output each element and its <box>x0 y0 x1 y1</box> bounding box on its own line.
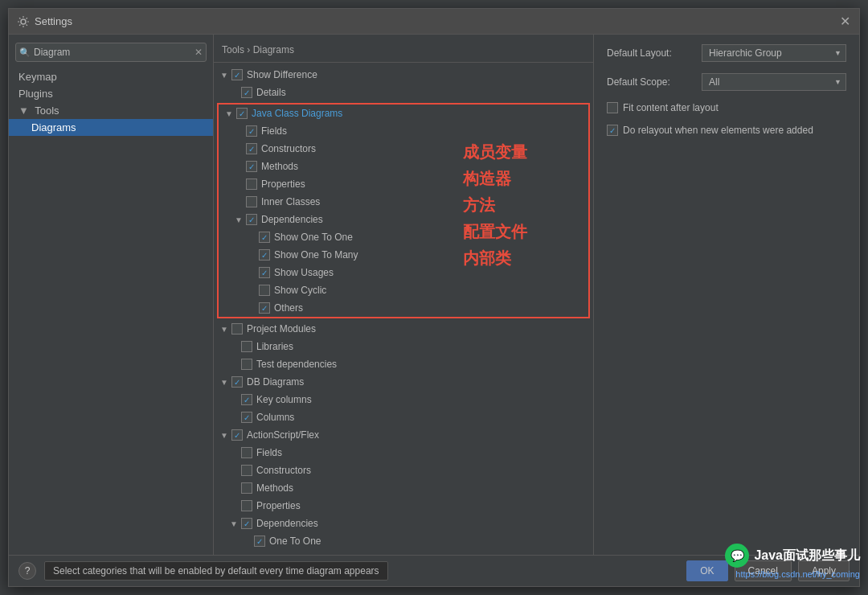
cb-constructors[interactable] <box>246 143 257 154</box>
default-scope-row: Default Scope: All Project <box>607 73 846 91</box>
cb-fit-content[interactable] <box>607 102 618 113</box>
cb-test-deps[interactable] <box>241 359 252 370</box>
tree-row[interactable]: Constructors <box>219 140 588 158</box>
tree-row[interactable]: ▼ Java Class Diagrams <box>219 105 588 122</box>
close-button[interactable]: ✕ <box>838 15 851 28</box>
default-scope-select-wrap[interactable]: All Project <box>702 73 846 91</box>
cb-show-cyclic[interactable] <box>259 285 270 296</box>
tree-row[interactable]: ▼ ActionScript/Flex <box>214 426 593 444</box>
sidebar-item-diagrams[interactable]: Diagrams <box>9 119 213 136</box>
tree-row[interactable]: Constructors <box>214 462 593 479</box>
tree-row[interactable]: Properties <box>214 497 593 515</box>
search-box[interactable]: 🔍 ✕ <box>15 43 207 62</box>
cb-fit-content-label: Fit content after layout <box>623 102 719 113</box>
tree-row[interactable]: Methods <box>214 479 593 497</box>
tree-row[interactable]: Details <box>214 84 593 101</box>
tree-row[interactable]: ▼ Project Modules <box>214 320 593 338</box>
tree-row[interactable]: ▼ Show Difference <box>214 66 593 84</box>
tree-row[interactable]: Key columns <box>214 391 593 408</box>
tree-row[interactable]: Show Usages <box>219 264 588 281</box>
label-fields: Fields <box>261 125 287 137</box>
cb-as-one-one[interactable] <box>254 536 265 547</box>
label-properties: Properties <box>261 178 305 190</box>
label-methods: Methods <box>261 161 298 172</box>
tree-row[interactable]: Show Cyclic <box>219 281 588 299</box>
label-dependencies: Dependencies <box>261 214 323 225</box>
cb-inner-classes[interactable] <box>246 196 257 207</box>
watermark-url: https://blog.csdn.net/hy_coming <box>735 569 860 579</box>
tree-row[interactable]: Columns <box>214 408 593 426</box>
label-java-class: Java Class Diagrams <box>252 108 342 119</box>
cb-db-diagrams[interactable] <box>231 376 243 388</box>
label-show-one-to-many: Show One To Many <box>274 249 358 261</box>
sidebar-item-plugins[interactable]: Plugins <box>9 85 213 102</box>
tree-row[interactable]: Test dependencies <box>214 355 593 373</box>
settings-icon <box>17 15 30 28</box>
label-show-one-to-one: Show One To One <box>274 232 353 243</box>
cb-key-columns[interactable] <box>241 394 252 405</box>
cb-methods[interactable] <box>246 161 257 172</box>
default-scope-select[interactable]: All Project <box>702 73 846 91</box>
arrow-actionscript: ▼ <box>220 431 230 440</box>
cb-show-usages[interactable] <box>259 267 270 278</box>
label-details: Details <box>256 87 286 98</box>
default-layout-select-wrap[interactable]: Hierarchic Group Tree Organic <box>702 44 846 62</box>
tree-row[interactable]: Methods <box>219 158 588 175</box>
cb-libraries[interactable] <box>241 341 252 352</box>
cb-show-one-to-one[interactable] <box>259 232 270 243</box>
svg-point-0 <box>21 19 26 24</box>
cb-show-difference[interactable] <box>231 69 243 80</box>
tree-row[interactable]: Show One To Many <box>219 246 588 264</box>
relayout-row[interactable]: Do relayout when new elements were added <box>607 125 846 136</box>
cb-properties[interactable] <box>246 178 257 190</box>
arrow-dependencies: ▼ <box>235 215 244 224</box>
cb-actionscript[interactable] <box>231 429 243 441</box>
tree-row[interactable]: Inner Classes <box>219 193 588 211</box>
cb-columns[interactable] <box>241 412 252 423</box>
ok-button[interactable]: OK <box>686 560 727 581</box>
cb-show-one-to-many[interactable] <box>259 249 270 261</box>
default-scope-label: Default Scope: <box>607 76 695 88</box>
watermark-main: 💬 Java面试那些事儿 <box>725 544 860 568</box>
cb-as-fields[interactable] <box>241 447 252 458</box>
sidebar-item-keymap[interactable]: Keymap <box>9 68 213 85</box>
tree-row[interactable]: ▼ Dependencies <box>219 211 588 228</box>
cb-details[interactable] <box>241 87 252 98</box>
tree-row[interactable]: Show One To One <box>219 228 588 246</box>
diagrams-label: Diagrams <box>31 121 76 133</box>
cb-as-properties[interactable] <box>241 500 252 511</box>
tree-row[interactable]: Libraries <box>214 338 593 355</box>
label-others: Others <box>274 302 303 314</box>
default-layout-select[interactable]: Hierarchic Group Tree Organic <box>702 44 846 62</box>
arrow-show-difference: ▼ <box>220 71 230 80</box>
label-as-methods: Methods <box>256 482 293 494</box>
tree-row[interactable]: Others <box>219 299 588 317</box>
sidebar-item-tools[interactable]: ▼ Tools <box>9 102 213 119</box>
search-clear-icon[interactable]: ✕ <box>194 47 203 58</box>
label-show-usages: Show Usages <box>274 267 334 278</box>
default-layout-label: Default Layout: <box>607 47 695 59</box>
search-input[interactable] <box>15 43 207 62</box>
cb-as-methods[interactable] <box>241 482 252 494</box>
cb-project-modules[interactable] <box>231 323 243 334</box>
label-columns: Columns <box>256 412 294 423</box>
tree-row[interactable]: One To One <box>214 532 593 550</box>
tree-row[interactable]: ▼ DB Diagrams <box>214 373 593 391</box>
cb-fields[interactable] <box>246 125 257 137</box>
cb-as-deps[interactable] <box>241 518 252 529</box>
label-project-modules: Project Modules <box>247 323 316 334</box>
tree-row[interactable]: Fields <box>219 122 588 140</box>
cb-as-constructors[interactable] <box>241 465 252 476</box>
tree-row[interactable]: Fields <box>214 444 593 462</box>
tools-arrow: ▼ <box>18 105 29 117</box>
cb-java-class[interactable] <box>236 108 248 119</box>
label-db-diagrams: DB Diagrams <box>247 376 304 388</box>
fit-content-row[interactable]: Fit content after layout <box>607 102 846 113</box>
help-button[interactable]: ? <box>18 562 36 580</box>
cb-others[interactable] <box>259 302 270 314</box>
cb-relayout[interactable] <box>607 125 618 136</box>
tree-row[interactable]: ▼ Dependencies <box>214 515 593 532</box>
tree-row[interactable]: Properties <box>219 175 588 193</box>
label-key-columns: Key columns <box>256 394 312 405</box>
cb-dependencies[interactable] <box>246 214 257 225</box>
